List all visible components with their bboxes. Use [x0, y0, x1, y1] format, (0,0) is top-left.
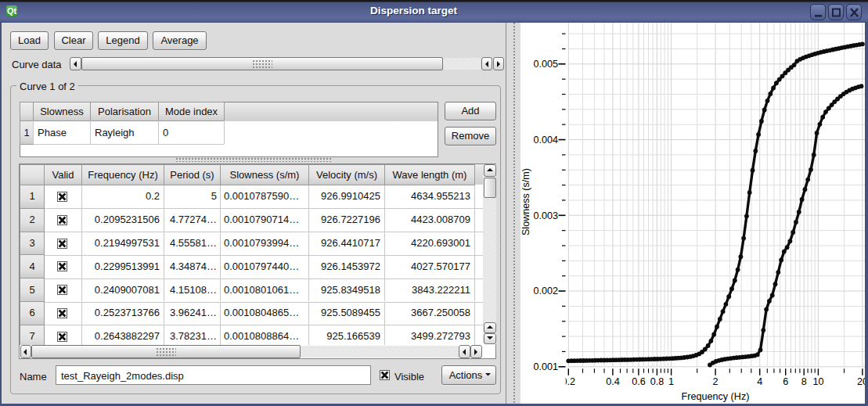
svg-text:0.6: 0.6	[632, 376, 646, 387]
svg-text:0.003: 0.003	[533, 210, 558, 221]
svg-text:20: 20	[857, 376, 865, 387]
svg-text:0.004: 0.004	[533, 135, 558, 146]
svg-text:2: 2	[713, 376, 719, 387]
svg-text:1: 1	[668, 376, 674, 387]
svg-text:Frequency (Hz): Frequency (Hz)	[682, 391, 750, 402]
svg-text:0.005: 0.005	[533, 59, 558, 70]
svg-text:0.001: 0.001	[533, 361, 558, 372]
svg-text:0.4: 0.4	[606, 376, 620, 387]
svg-text:4: 4	[757, 376, 762, 387]
svg-text:10: 10	[812, 376, 823, 387]
svg-text:Slowness (s/m): Slowness (s/m)	[520, 168, 531, 235]
svg-text:0.002: 0.002	[533, 286, 558, 296]
svg-text:0.8: 0.8	[650, 376, 665, 387]
svg-text:6: 6	[783, 376, 788, 387]
svg-text:8: 8	[801, 376, 807, 387]
